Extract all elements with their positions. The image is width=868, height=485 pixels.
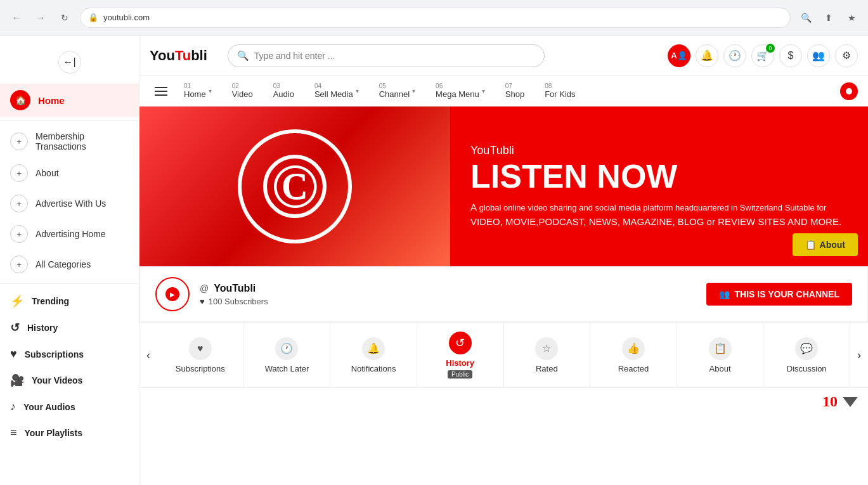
sidebar-label-trending: Trending: [32, 296, 69, 306]
your-channel-button[interactable]: 👥 THIS IS YOUR CHANNEL: [706, 283, 852, 306]
clock-button[interactable]: 🕐: [723, 44, 746, 67]
videos-icon: 🎥: [10, 373, 24, 387]
nav-item-for-kids[interactable]: 08 For Kids: [536, 78, 584, 104]
address-bar[interactable]: 🔒 youtubli.com: [80, 8, 791, 28]
nav-item-audio[interactable]: 03 Audio: [264, 78, 303, 104]
sidebar-label-audios: Your Audios: [23, 402, 75, 412]
nav-arrow-mega: ▾: [482, 87, 485, 94]
settings-button[interactable]: ⚙: [835, 44, 858, 67]
search-icon: 🔍: [237, 50, 249, 61]
nav-item-channel[interactable]: 05 Channel ▾: [370, 78, 424, 104]
channel-info-bar: ▶ @ YouTubli ♥ 100 Subscribers 👥 THIS IS…: [139, 266, 868, 322]
tab-scroll-right[interactable]: ›: [850, 323, 868, 387]
sidebar-item-your-videos[interactable]: 🎥 Your Videos: [0, 367, 139, 394]
tab-rated-icon: ☆: [535, 337, 558, 360]
bell-button[interactable]: 🔔: [696, 44, 718, 67]
tab-about[interactable]: 📋 About: [677, 323, 764, 387]
divider-2: [0, 283, 139, 284]
nav-menu: 01 Home ▾ 02 Video 03 Audio 04: [139, 76, 868, 107]
tab-rated[interactable]: ☆ Rated: [504, 323, 591, 387]
sidebar-item-membership[interactable]: + Membership Transactions: [0, 125, 139, 158]
nav-item-home[interactable]: 01 Home ▾: [175, 78, 221, 104]
forward-button[interactable]: →: [32, 9, 49, 27]
tab-subscriptions[interactable]: ♥ Subscriptions: [157, 323, 244, 387]
hero-brand: YouTubli: [470, 144, 848, 157]
nav-label-channel: Channel: [379, 89, 410, 99]
sidebar-item-trending[interactable]: ⚡ Trending: [0, 288, 139, 314]
hamburger-button[interactable]: [150, 82, 172, 101]
tab-discussion[interactable]: 💬 Discussion: [763, 323, 850, 387]
nav-item-mega-menu[interactable]: 06 Mega Menu ▾: [427, 78, 494, 104]
sidebar-item-all-categories[interactable]: + All Categories: [0, 249, 139, 280]
your-channel-icon: 👥: [719, 289, 730, 299]
tab-notifications-label: Notifications: [351, 364, 396, 373]
page-down-arrow[interactable]: [843, 397, 858, 407]
search-browser-icon[interactable]: 🔍: [797, 9, 815, 27]
trending-icon: ⚡: [10, 294, 24, 308]
sidebar-back-button[interactable]: ←|: [58, 51, 81, 74]
nav-label-video: Video: [232, 89, 253, 99]
dollar-button[interactable]: $: [779, 44, 802, 67]
hero-about-button[interactable]: 📋 About: [793, 233, 858, 256]
sidebar-item-advertising-home[interactable]: + Advertising Home: [0, 219, 139, 249]
sidebar-label-categories: All Categories: [36, 259, 91, 269]
nav-item-sell-media[interactable]: 04 Sell Media ▾: [306, 78, 368, 104]
hero-title: LISTEN NOW: [470, 160, 848, 193]
tab-watch-later[interactable]: 🕐 Watch Later: [244, 323, 331, 387]
tab-watch-later-label: Watch Later: [265, 364, 309, 373]
search-input[interactable]: [254, 51, 535, 61]
channel-play-icon: ▶: [165, 287, 179, 301]
channel-tabs: ‹ ♥ Subscriptions 🕐 Watch Later 🔔 Notifi…: [139, 322, 868, 388]
sidebar-item-advertise[interactable]: + Advertise With Us: [0, 188, 139, 219]
sidebar-item-subscriptions[interactable]: ♥ Subscriptions: [0, 341, 139, 367]
nav-label-shop: Shop: [505, 89, 524, 99]
tab-watch-later-icon: 🕐: [275, 337, 298, 360]
sidebar-secondary-items: ⚡ Trending ↺ History ♥ Subscriptions 🎥 Y…: [0, 288, 139, 446]
hamburger-line-3: [155, 94, 167, 96]
nav-item-shop[interactable]: 07 Shop: [496, 78, 533, 104]
sidebar-label-membership: Membership Transactions: [36, 131, 129, 152]
tab-notifications[interactable]: 🔔 Notifications: [330, 323, 417, 387]
bookmark-icon[interactable]: ★: [843, 9, 860, 27]
heart-icon: ♥: [200, 297, 205, 306]
tab-history[interactable]: ↺ History Public: [417, 323, 504, 387]
main-content: YouTubli 🔍 A👤 🔔 🕐 🛒 0 $ 👥 ⚙: [139, 36, 868, 485]
back-button[interactable]: ←: [8, 9, 25, 27]
nav-label-home: Home: [184, 89, 206, 99]
sidebar-label-advertising: Advertising Home: [36, 229, 106, 239]
tab-history-icon: ↺: [449, 332, 472, 354]
share-icon[interactable]: ⬆: [820, 9, 838, 27]
tab-scroll-left[interactable]: ‹: [139, 323, 157, 387]
nav-label-mega: Mega Menu: [436, 89, 479, 99]
sidebar-item-history[interactable]: ↺ History: [0, 314, 139, 341]
tab-about-icon: 📋: [709, 337, 732, 360]
playlists-icon: ≡: [10, 426, 17, 439]
hero-banner: © YouTubli LISTEN NOW A global online vi…: [139, 107, 868, 266]
tab-history-badge: Public: [448, 370, 472, 378]
subscriptions-icon: ♥: [10, 347, 17, 361]
sidebar-label-videos: Your Videos: [32, 375, 82, 385]
search-bar[interactable]: 🔍: [228, 44, 545, 67]
nav-label-kids: For Kids: [545, 89, 575, 99]
nav-item-video[interactable]: 02 Video: [223, 78, 262, 104]
record-button[interactable]: [840, 82, 858, 100]
sidebar-item-about[interactable]: + About: [0, 158, 139, 188]
hero-c-letter: ©: [271, 155, 319, 218]
cart-button[interactable]: 🛒 0: [751, 44, 774, 67]
tab-reacted[interactable]: 👍 Reacted: [590, 323, 677, 387]
nav-label-sell: Sell Media: [314, 89, 353, 99]
channel-subs-row: ♥ 100 Subscribers: [200, 297, 706, 306]
at-icon: @: [200, 283, 209, 294]
tab-subscriptions-label: Subscriptions: [176, 364, 225, 373]
people-button[interactable]: 👥: [807, 44, 830, 67]
hero-right: YouTubli LISTEN NOW A global online vide…: [450, 107, 868, 266]
refresh-button[interactable]: ↻: [56, 9, 74, 27]
user-avatar-button[interactable]: A👤: [668, 44, 690, 67]
bottom-bar: 10: [139, 388, 868, 415]
history-icon: ↺: [10, 321, 20, 335]
sidebar-item-your-playlists[interactable]: ≡ Your Playlists: [0, 420, 139, 446]
sidebar-item-home[interactable]: 🏠 Home: [0, 84, 139, 117]
nav-arrow-channel: ▾: [412, 87, 415, 94]
record-dot: [846, 88, 852, 94]
sidebar-item-your-audios[interactable]: ♪ Your Audios: [0, 394, 139, 420]
